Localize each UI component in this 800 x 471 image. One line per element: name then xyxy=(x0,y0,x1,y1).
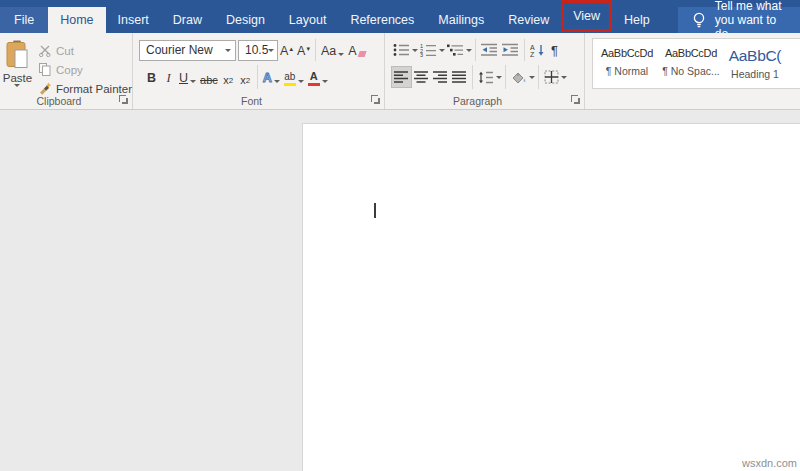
font-group-label: Font xyxy=(133,95,370,107)
clipboard-dialog-launcher-icon[interactable] xyxy=(118,94,129,105)
tab-home[interactable]: Home xyxy=(48,7,105,33)
change-case-button[interactable]: Aa xyxy=(319,39,346,61)
bold-button[interactable]: B xyxy=(143,66,160,88)
shading-button[interactable] xyxy=(509,66,529,88)
strikethrough-button[interactable]: abc xyxy=(198,66,220,88)
grow-font-label: A xyxy=(280,45,288,59)
numbering-button[interactable]: 123 xyxy=(418,39,439,61)
font-name-select[interactable]: Courier New xyxy=(139,40,236,61)
clear-formatting-label: A xyxy=(348,45,356,59)
show-hide-pilcrow-button[interactable]: ¶ xyxy=(547,39,562,61)
arrow-up-icon: ▴ xyxy=(289,45,293,53)
tab-references[interactable]: References xyxy=(338,7,426,33)
align-left-button[interactable] xyxy=(391,66,412,88)
numbering-icon: 123 xyxy=(420,43,437,57)
tab-insert[interactable]: Insert xyxy=(106,7,161,33)
align-center-button[interactable] xyxy=(412,66,431,88)
paragraph-row-2 xyxy=(385,64,584,90)
tab-help[interactable]: Help xyxy=(612,7,662,33)
chevron-down-icon xyxy=(268,49,274,52)
text-effects-button[interactable]: A xyxy=(261,66,282,88)
shrink-font-label: A xyxy=(297,45,305,59)
align-center-icon xyxy=(414,71,429,84)
chevron-down-icon[interactable] xyxy=(529,76,535,79)
sort-button[interactable]: AZ xyxy=(528,39,547,61)
multilevel-list-button[interactable] xyxy=(445,39,466,61)
italic-button[interactable]: I xyxy=(160,66,177,88)
format-painter-label: Format Painter xyxy=(56,83,132,95)
paragraph-dialog-launcher-icon[interactable] xyxy=(570,94,581,105)
justify-icon xyxy=(452,71,467,84)
tab-file[interactable]: File xyxy=(0,7,48,33)
bullets-button[interactable] xyxy=(391,39,412,61)
shrink-font-button[interactable]: A ▾ xyxy=(295,39,312,61)
tab-layout[interactable]: Layout xyxy=(277,7,339,33)
font-size-select[interactable]: 10.5 xyxy=(238,40,278,61)
grow-font-button[interactable]: A ▴ xyxy=(278,39,295,61)
copy-button[interactable]: Copy xyxy=(35,60,132,79)
font-color-button[interactable]: A xyxy=(306,66,330,88)
style-label: Heading 1 xyxy=(723,68,787,80)
svg-text:Z: Z xyxy=(530,51,535,57)
separator xyxy=(524,39,525,61)
bullets-icon xyxy=(393,43,410,57)
subscript-mark: 2 xyxy=(229,77,233,86)
line-spacing-icon xyxy=(478,71,494,84)
borders-button[interactable] xyxy=(542,66,561,88)
chevron-down-icon xyxy=(14,84,20,87)
sort-icon: AZ xyxy=(530,43,545,57)
tab-view[interactable]: View xyxy=(561,0,612,32)
increase-indent-button[interactable] xyxy=(500,39,521,61)
style-normal[interactable]: AaBbCcDd ¶ Normal xyxy=(595,39,659,88)
tab-mailings[interactable]: Mailings xyxy=(426,7,496,33)
align-right-button[interactable] xyxy=(431,66,450,88)
chevron-down-icon xyxy=(225,49,231,52)
highlight-color-bar-icon xyxy=(284,83,296,87)
text-effects-label: A xyxy=(263,72,272,86)
multilevel-list-icon xyxy=(447,43,464,57)
underline-label: U xyxy=(179,72,188,86)
tab-review[interactable]: Review xyxy=(496,7,561,33)
clipboard-group: Paste Cut Copy Format Painter xyxy=(0,33,133,109)
chevron-down-icon[interactable] xyxy=(466,49,472,52)
chevron-down-icon xyxy=(274,80,280,83)
change-case-label: Aa xyxy=(321,45,336,59)
document-page[interactable] xyxy=(302,123,800,471)
chevron-down-icon xyxy=(298,80,304,83)
borders-icon xyxy=(544,70,559,84)
styles-gallery: AaBbCcDd ¶ Normal AaBbCcDd ¶ No Spac... … xyxy=(592,38,800,89)
decrease-indent-icon xyxy=(481,43,498,57)
style-heading-2[interactable]: AaB Hea xyxy=(787,39,800,88)
paragraph-group: 123 AZ ¶ xyxy=(385,33,585,109)
chevron-down-icon[interactable] xyxy=(496,76,502,79)
font-dialog-launcher-icon[interactable] xyxy=(370,94,381,105)
clear-formatting-button[interactable]: A xyxy=(346,39,366,61)
tab-draw[interactable]: Draw xyxy=(161,7,214,33)
chevron-down-icon xyxy=(338,53,344,56)
tell-me-box[interactable]: Tell me what you want to do xyxy=(678,7,800,33)
highlight-label: ab xyxy=(284,72,295,82)
paragraph-row-1: 123 AZ ¶ xyxy=(385,38,584,62)
paragraph-group-label: Paragraph xyxy=(385,95,570,107)
line-spacing-button[interactable] xyxy=(476,66,496,88)
superscript-button[interactable]: x2 xyxy=(237,66,254,88)
justify-button[interactable] xyxy=(450,66,469,88)
style-no-spacing[interactable]: AaBbCcDd ¶ No Spac... xyxy=(659,39,723,88)
subscript-button[interactable]: x2 xyxy=(220,66,237,88)
increase-indent-icon xyxy=(502,43,519,57)
chevron-down-icon[interactable] xyxy=(561,76,567,79)
cut-button[interactable]: Cut xyxy=(35,41,132,60)
decrease-indent-button[interactable] xyxy=(479,39,500,61)
underline-button[interactable]: U xyxy=(177,66,198,88)
format-painter-icon xyxy=(37,82,53,95)
watermark-text: wsxdn.com xyxy=(742,457,797,469)
align-left-icon xyxy=(394,71,409,84)
font-size-value: 10.5 xyxy=(245,43,268,57)
svg-text:3: 3 xyxy=(420,52,423,57)
text-highlight-button[interactable]: ab xyxy=(282,66,306,88)
eraser-icon xyxy=(357,51,366,57)
ribbon: Paste Cut Copy Format Painter xyxy=(0,33,800,110)
style-heading-1[interactable]: AaBbC( Heading 1 xyxy=(723,39,787,88)
font-row-2: B I U abc x2 x2 A ab xyxy=(133,64,384,90)
tab-design[interactable]: Design xyxy=(214,7,277,33)
